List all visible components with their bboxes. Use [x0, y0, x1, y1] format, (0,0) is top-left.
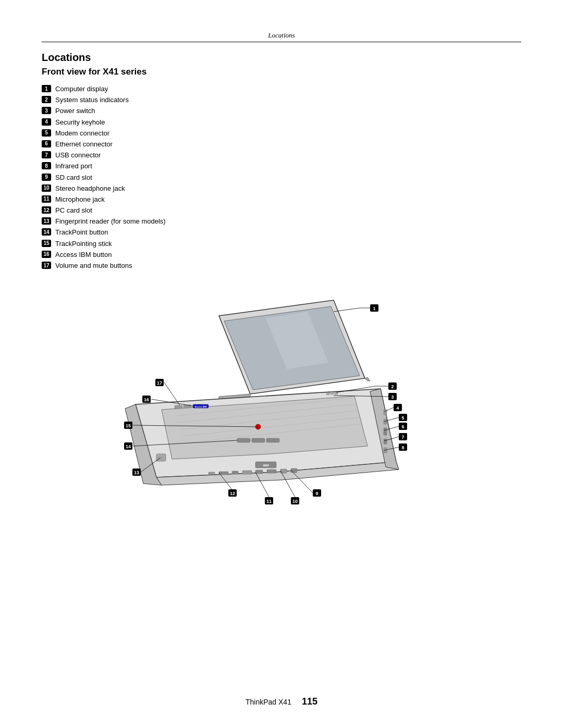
svg-text:2: 2: [391, 384, 394, 389]
svg-rect-24: [384, 419, 387, 424]
item-badge-17: 17: [42, 262, 51, 269]
svg-rect-10: [266, 438, 279, 442]
item-badge-1: 1: [42, 85, 51, 92]
list-item: 5Modem connector: [42, 129, 521, 138]
subsection-title: Front view for X41 series: [42, 67, 521, 77]
item-badge-5: 5: [42, 129, 51, 137]
svg-text:12: 12: [230, 491, 235, 496]
svg-text:17: 17: [157, 380, 162, 386]
svg-text:3: 3: [391, 394, 394, 400]
item-badge-16: 16: [42, 251, 51, 258]
laptop-diagram: IBM Access IBM: [104, 285, 459, 509]
svg-text:16: 16: [144, 397, 149, 402]
item-badge-2: 2: [42, 96, 51, 103]
svg-rect-8: [237, 438, 250, 442]
list-item: 16Access IBM button: [42, 250, 521, 260]
list-item: 10Stereo headphone jack: [42, 184, 521, 193]
list-item: 12PC card slot: [42, 206, 521, 215]
svg-rect-23: [384, 410, 387, 415]
list-item: 17Volume and mute buttons: [42, 261, 521, 270]
svg-rect-27: [384, 448, 387, 453]
svg-rect-11: [175, 405, 182, 409]
svg-text:15: 15: [126, 423, 131, 428]
item-badge-11: 11: [42, 195, 51, 203]
list-item: 2System status indicators: [42, 95, 521, 105]
item-text-13: Fingerprint reader (for some models): [55, 217, 166, 226]
item-text-16: Access IBM button: [55, 250, 112, 260]
item-text-10: Stereo headphone jack: [55, 184, 125, 193]
section-title: Locations: [42, 52, 521, 64]
header-rule: [42, 42, 521, 42]
item-badge-9: 9: [42, 174, 51, 181]
svg-text:IBM: IBM: [263, 464, 270, 467]
item-text-5: Modem connector: [55, 129, 109, 138]
item-text-8: Infrared port: [55, 162, 92, 171]
svg-text:14: 14: [126, 444, 131, 449]
laptop-base: IBM Access IBM: [125, 300, 399, 485]
item-text-15: TrackPointing stick: [55, 239, 112, 249]
item-text-17: Volume and mute buttons: [55, 261, 132, 270]
svg-text:7: 7: [401, 435, 404, 440]
page-container: Locations Locations Front view for X41 s…: [0, 0, 563, 728]
footer-page: 115: [302, 696, 317, 707]
item-badge-15: 15: [42, 240, 51, 247]
svg-rect-15: [209, 472, 215, 475]
svg-rect-20: [267, 470, 276, 473]
svg-rect-22: [291, 468, 297, 473]
list-item: 8Infrared port: [42, 162, 521, 171]
list-item: 9SD card slot: [42, 173, 521, 182]
svg-rect-18: [242, 471, 252, 474]
diagram-container: IBM Access IBM: [42, 285, 521, 509]
item-text-3: Power switch: [55, 106, 95, 116]
item-badge-8: 8: [42, 162, 51, 169]
svg-rect-32: [326, 392, 329, 395]
svg-rect-33: [331, 392, 334, 394]
svg-text:10: 10: [292, 499, 298, 504]
items-list: 1Computer display2System status indicato…: [42, 84, 521, 272]
svg-rect-28: [156, 454, 166, 461]
svg-text:11: 11: [266, 499, 272, 504]
item-badge-10: 10: [42, 184, 51, 192]
svg-text:4: 4: [396, 405, 399, 411]
svg-rect-25: [384, 428, 387, 435]
svg-text:5: 5: [401, 415, 404, 421]
item-badge-6: 6: [42, 140, 51, 147]
footer-model: ThinkPad X41: [246, 698, 291, 706]
svg-text:13: 13: [134, 470, 139, 475]
item-badge-4: 4: [42, 118, 51, 126]
item-text-2: System status indicators: [55, 95, 129, 105]
item-badge-12: 12: [42, 206, 51, 214]
item-text-1: Computer display: [55, 84, 108, 94]
svg-rect-19: [255, 470, 263, 474]
list-item: 15TrackPointing stick: [42, 239, 521, 249]
svg-text:Access IBM: Access IBM: [195, 405, 207, 408]
list-item: 1Computer display: [42, 84, 521, 94]
list-item: 13Fingerprint reader (for some models): [42, 217, 521, 226]
list-item: 7USB connector: [42, 151, 521, 160]
item-text-11: Microphone jack: [55, 195, 105, 204]
svg-text:8: 8: [401, 445, 404, 450]
item-badge-13: 13: [42, 217, 51, 225]
item-badge-3: 3: [42, 107, 51, 114]
item-text-14: TrackPoint button: [55, 228, 108, 237]
svg-rect-9: [252, 438, 265, 442]
svg-text:1: 1: [373, 306, 375, 311]
svg-text:9: 9: [315, 491, 318, 496]
list-item: 14TrackPoint button: [42, 228, 521, 237]
footer: ThinkPad X41 115: [0, 696, 563, 707]
item-badge-7: 7: [42, 151, 51, 158]
list-item: 11Microphone jack: [42, 195, 521, 204]
item-text-6: Ethernet connector: [55, 140, 113, 149]
list-item: 3Power switch: [42, 106, 521, 116]
svg-rect-26: [384, 439, 387, 444]
item-text-7: USB connector: [55, 151, 101, 160]
item-badge-14: 14: [42, 228, 51, 236]
item-text-12: PC card slot: [55, 206, 92, 215]
item-text-9: SD card slot: [55, 173, 92, 182]
header-label: Locations: [42, 31, 521, 40]
svg-rect-17: [232, 471, 238, 474]
list-item: 4Security keyhole: [42, 118, 521, 127]
list-item: 6Ethernet connector: [42, 140, 521, 149]
svg-text:6: 6: [401, 424, 404, 429]
item-text-4: Security keyhole: [55, 118, 105, 127]
